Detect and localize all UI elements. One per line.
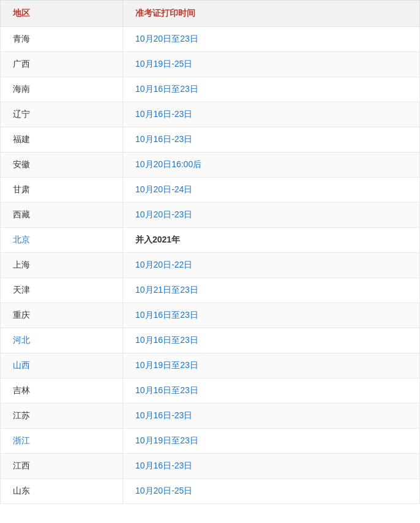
time-cell: 10月16日至23日 xyxy=(123,303,420,328)
region-cell: 吉林 xyxy=(1,378,123,404)
time-cell: 并入2021年 xyxy=(123,228,420,253)
region-cell: 天津 xyxy=(1,278,123,303)
region-cell: 重庆 xyxy=(1,303,123,328)
table-header-row: 地区 准考证打印时间 xyxy=(1,1,420,27)
region-cell: 福建 xyxy=(1,127,123,152)
region-cell: 海南 xyxy=(1,77,123,102)
table-row: 广西10月19日-25日 xyxy=(1,52,420,77)
table-row: 福建10月16日-23日 xyxy=(1,127,420,152)
region-cell: 安徽 xyxy=(1,152,123,178)
time-cell: 10月16日-23日 xyxy=(123,127,420,152)
table-row: 山东10月20日-25日 xyxy=(1,479,420,504)
region-cell: 山西 xyxy=(1,353,123,378)
region-cell: 江西 xyxy=(1,454,123,479)
time-cell: 10月19日至23日 xyxy=(123,429,420,454)
time-cell: 10月16日-23日 xyxy=(123,404,420,429)
time-cell: 10月19日-25日 xyxy=(123,52,420,77)
table-row: 重庆10月16日至23日 xyxy=(1,303,420,328)
page-wrapper: 地区 准考证打印时间 青海10月20日至23日广西10月19日-25日海南10月… xyxy=(0,0,420,523)
table-row: 山西10月19日至23日 xyxy=(1,353,420,378)
region-cell: 广西 xyxy=(1,52,123,77)
table-row: 北京并入2021年 xyxy=(1,228,420,253)
region-cell: 青海 xyxy=(1,27,123,52)
table-row: 天津10月21日至23日 xyxy=(1,278,420,303)
region-cell: 浙江 xyxy=(1,429,123,454)
time-cell: 10月19日至23日 xyxy=(123,353,420,378)
region-cell: 辽宁 xyxy=(1,102,123,127)
region-cell: 河北 xyxy=(1,328,123,353)
region-cell: 北京 xyxy=(1,228,123,253)
table-row: 西藏10月20日-23日 xyxy=(1,203,420,228)
time-cell: 10月16日至23日 xyxy=(123,77,420,102)
time-cell: 10月20日至23日 xyxy=(123,27,420,52)
time-cell: 10月21日至23日 xyxy=(123,278,420,303)
table-row: 江西10月16日-23日 xyxy=(1,454,420,479)
header-time: 准考证打印时间 xyxy=(123,1,420,27)
region-cell: 甘肃 xyxy=(1,178,123,203)
table-row: 甘肃10月20日-24日 xyxy=(1,178,420,203)
main-table: 地区 准考证打印时间 青海10月20日至23日广西10月19日-25日海南10月… xyxy=(0,0,420,504)
time-cell: 10月16日-23日 xyxy=(123,102,420,127)
time-cell: 10月20日-23日 xyxy=(123,203,420,228)
table-row: 安徽10月20日16:00后 xyxy=(1,152,420,178)
table-row: 上海10月20日-22日 xyxy=(1,253,420,278)
region-cell: 江苏 xyxy=(1,404,123,429)
table-row: 辽宁10月16日-23日 xyxy=(1,102,420,127)
table-row: 浙江10月19日至23日 xyxy=(1,429,420,454)
header-region: 地区 xyxy=(1,1,123,27)
table-row: 海南10月16日至23日 xyxy=(1,77,420,102)
time-cell: 10月20日16:00后 xyxy=(123,152,420,178)
region-cell: 西藏 xyxy=(1,203,123,228)
time-cell: 10月16日至23日 xyxy=(123,328,420,353)
time-cell: 10月20日-22日 xyxy=(123,253,420,278)
time-cell: 10月16日至23日 xyxy=(123,378,420,404)
table-row: 青海10月20日至23日 xyxy=(1,27,420,52)
time-cell: 10月20日-25日 xyxy=(123,479,420,504)
table-row: 江苏10月16日-23日 xyxy=(1,404,420,429)
time-cell: 10月20日-24日 xyxy=(123,178,420,203)
time-cell: 10月16日-23日 xyxy=(123,454,420,479)
table-row: 吉林10月16日至23日 xyxy=(1,378,420,404)
table-row: 河北10月16日至23日 xyxy=(1,328,420,353)
region-cell: 山东 xyxy=(1,479,123,504)
region-cell: 上海 xyxy=(1,253,123,278)
